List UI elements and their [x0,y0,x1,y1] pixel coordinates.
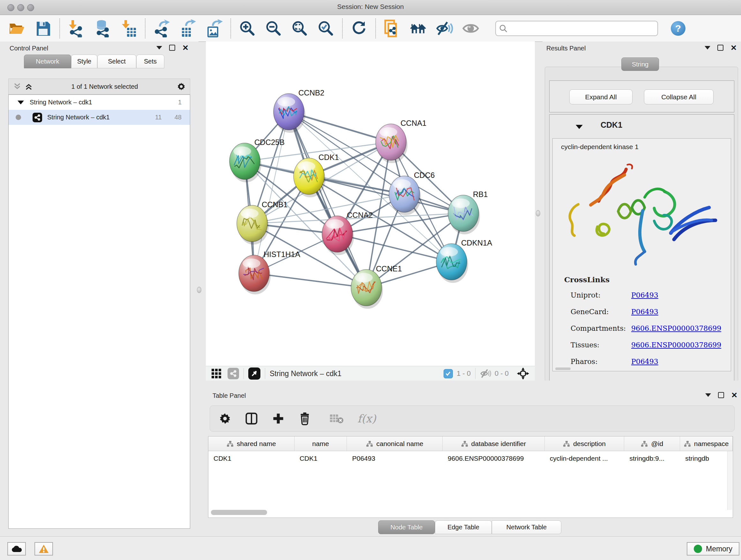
birds-eye-view-icon[interactable] [248,368,260,380]
import-network-icon[interactable] [68,20,85,37]
table-row[interactable]: CDK1CDK1P064939606.ENSP00000378699cyclin… [208,451,733,465]
table-cell[interactable]: cyclin-dependent ... [545,451,624,465]
tab-string[interactable]: String [621,57,659,71]
table-settings-gear-icon[interactable] [219,413,231,425]
zoom-selected-icon[interactable] [317,20,334,37]
network-node-cdc25b[interactable]: CDC25B [229,138,285,182]
home-icon[interactable] [410,20,427,37]
column-header[interactable]: namespace [680,436,733,451]
network-node-rb1[interactable]: RB1 [448,190,488,234]
tab-edge-table[interactable]: Edge Table [435,520,492,534]
collapse-all-icon[interactable] [13,82,21,91]
zoom-fit-icon[interactable] [291,20,308,37]
network-collection-row[interactable]: String Network – cdk1 1 [9,95,190,110]
network-node-ccnb2[interactable]: CCNB2 [273,88,324,133]
tab-select[interactable]: Select [97,55,136,68]
delete-table-icon[interactable] [329,413,343,424]
node-table[interactable]: shared namename canonical name database … [208,436,733,518]
network-row[interactable]: String Network – cdk1 11 48 [9,110,190,125]
tree-expand-icon[interactable] [17,101,24,105]
fit-selected-icon[interactable] [516,367,530,380]
crosslink-link[interactable]: P06493 [631,291,658,299]
network-edge[interactable] [254,273,366,288]
copy-network-icon[interactable] [384,20,401,37]
share-view-icon[interactable] [227,368,239,379]
export-network-icon[interactable] [153,20,171,37]
expand-all-button[interactable]: Expand All [569,89,632,105]
help-button[interactable]: ? [671,21,685,36]
panel-minimize-icon[interactable] [704,46,711,50]
table-cell[interactable]: stringdb:9... [624,451,680,465]
results-hscroll-thumb[interactable] [555,368,570,370]
network-canvas[interactable]: CCNB2CCNA1CDC25BCDK1CDC6RB1CCNB1CCNA2CDK… [206,42,535,366]
panel-close-icon[interactable]: ✕ [731,393,738,397]
table-cell[interactable]: P06493 [347,451,443,465]
table-cell[interactable]: CDK1 [294,451,347,465]
table-vscroll-track[interactable] [727,451,732,510]
function-builder-icon[interactable]: f(x) [357,412,376,425]
panel-close-icon[interactable]: ✕ [182,45,189,50]
protein-structure-image [559,157,725,271]
crosslink-link[interactable]: 9606.ENSP00000378699 [631,341,721,349]
memory-button[interactable]: Memory [687,542,739,556]
crosslink-link[interactable]: 9606.ENSP00000378699 [631,324,721,332]
column-header[interactable]: shared name [208,436,294,451]
tab-network[interactable]: Network [24,55,71,68]
section-collapse-icon[interactable] [576,125,583,129]
grid-view-icon[interactable] [211,368,222,379]
network-node-ccna1[interactable]: CCNA1 [376,119,426,163]
warning-button[interactable] [35,542,53,556]
table-hscroll-thumb[interactable] [211,510,267,515]
panel-float-icon[interactable] [718,45,724,51]
export-table-icon[interactable] [179,20,197,37]
delete-column-icon[interactable] [299,412,311,425]
panel-minimize-icon[interactable] [705,393,711,397]
tab-style[interactable]: Style [71,55,97,68]
network-node-hist1h1a[interactable]: HIST1H1A [239,250,300,294]
import-database-icon[interactable] [94,20,111,37]
node-label: RB1 [473,190,488,199]
toolbar-separator [230,18,231,38]
network-selection-bar: 1 of 1 Network selected [8,78,190,95]
show-eye-icon[interactable] [462,20,479,37]
add-column-icon[interactable] [272,412,285,425]
left-splitter-handle[interactable] [197,287,201,293]
selected-nodes-checkbox[interactable] [444,369,453,378]
table-cell[interactable]: 9606.ENSP00000378699 [443,451,545,465]
table-cell[interactable]: stringdb [680,451,733,465]
gear-icon[interactable] [177,82,186,91]
network-view-toolbar: String Network – cdk1 1 - 0 0 - 0 [206,366,535,381]
crosslink-link[interactable]: P06493 [631,308,658,316]
zoom-out-icon[interactable] [265,20,282,37]
tab-network-table[interactable]: Network Table [492,520,561,534]
network-edge[interactable] [289,112,366,288]
open-session-icon[interactable] [8,20,25,37]
save-session-icon[interactable] [35,20,52,37]
column-header[interactable]: @id [624,436,680,451]
network-node-cdkn1a[interactable]: CDKN1A [436,239,492,283]
crosslink-link[interactable]: P06493 [631,358,658,366]
collapse-all-button[interactable]: Collapse All [644,89,714,105]
tab-node-table[interactable]: Node Table [378,520,435,534]
refresh-icon[interactable] [350,20,367,37]
hidden-items-icon[interactable] [480,369,491,378]
column-header[interactable]: canonical name [347,436,443,451]
panel-minimize-icon[interactable] [156,46,162,50]
expand-all-icon[interactable] [24,82,33,91]
table-cell[interactable]: CDK1 [208,451,294,465]
panel-float-icon[interactable] [169,45,175,51]
show-columns-icon[interactable] [245,412,258,425]
panel-float-icon[interactable] [718,392,724,398]
tab-sets[interactable]: Sets [136,55,164,68]
hide-selected-icon[interactable] [436,20,453,37]
search-input[interactable] [508,22,657,35]
column-header[interactable]: database identifier [443,436,545,451]
column-header[interactable]: description [545,436,624,451]
zoom-in-icon[interactable] [239,20,256,37]
right-splitter-handle[interactable] [536,210,540,216]
cloud-button[interactable] [7,542,26,556]
import-table-icon[interactable] [120,20,137,37]
column-header[interactable]: name [294,436,347,451]
panel-close-icon[interactable]: ✕ [731,45,737,50]
export-image-icon[interactable] [205,20,223,37]
